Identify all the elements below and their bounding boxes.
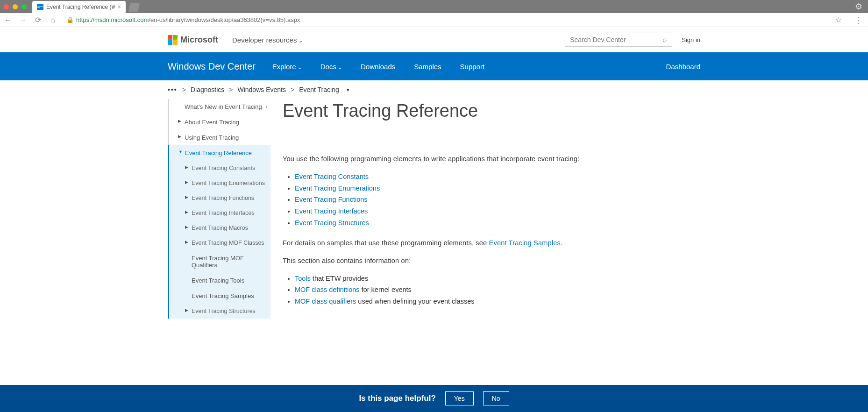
site-title[interactable]: Windows Dev Center [168,61,256,72]
caret-right-icon: ▶ [185,180,188,185]
microsoft-logo-icon [168,35,178,45]
minimize-window-icon[interactable] [13,4,18,9]
breadcrumb: ••• > Diagnostics > Windows Events > Eve… [168,80,700,99]
tab-title: Event Tracing Reference (Wind [46,4,115,10]
svg-rect-0 [37,4,40,7]
search-input[interactable] [570,36,662,43]
sidebar-item-reference[interactable]: ▼Event Tracing Reference [169,145,270,161]
nav-explore[interactable]: Explore [272,63,302,71]
ms-header: Microsoft Developer resources ⌕ Sign in [168,27,700,52]
page-title: Event Tracing Reference [283,101,700,121]
samples-paragraph: For details on samples that use these pr… [283,238,700,249]
list-item: Tools that ETW provides [295,273,700,284]
home-button[interactable]: ⌂ [49,16,57,24]
extra-list: Tools that ETW provides MOF class defini… [295,273,700,307]
sidebar-active-group: ▼Event Tracing Reference ▶Event Tracing … [168,145,270,319]
sidebar-item-structures[interactable]: ▶Event Tracing Structures [169,304,270,319]
also-contains-paragraph: This section also contains information o… [283,256,700,266]
developer-resources-dropdown[interactable]: Developer resources [232,36,303,44]
sidebar-item-functions[interactable]: ▶Event Tracing Functions [169,191,270,206]
caret-down-icon: ▼ [178,149,183,154]
list-item: MOF class qualifiers used when defining … [295,296,700,307]
caret-right-icon: ▶ [185,210,188,214]
breadcrumb-sep: > [182,86,186,93]
link-functions[interactable]: Event Tracing Functions [295,196,368,203]
browser-tab[interactable]: Event Tracing Reference (Wind × [32,1,126,13]
nav-dashboard[interactable]: Dashboard [666,63,700,71]
link-constants[interactable]: Event Tracing Constants [295,173,369,180]
link-samples[interactable]: Event Tracing Samples [489,239,561,247]
sidebar-item-tools[interactable]: Event Tracing Tools [169,273,270,288]
nav-support[interactable]: Support [460,63,485,71]
breadcrumb-dropdown-icon[interactable]: ▼ [346,87,350,92]
sidebar-item-using[interactable]: ▶Using Event Tracing [169,130,270,145]
incognito-icon: ⚙ [855,1,864,12]
sidebar-item-label: Event Tracing Reference [185,149,252,156]
lock-icon: 🔒 [66,16,74,23]
sidebar-item-label: Using Event Tracing [185,134,239,141]
caret-right-icon: ▶ [185,195,188,199]
back-button[interactable]: ← [4,16,12,24]
search-box[interactable]: ⌕ [565,33,672,47]
reload-button[interactable]: ⟳ [34,15,42,24]
sidebar-item-label: Event Tracing Functions [192,195,254,201]
link-tools[interactable]: Tools [295,275,311,282]
nav-downloads[interactable]: Downloads [361,63,395,71]
sidebar-item-mof-classes[interactable]: ▶Event Tracing MOF Classes [169,235,270,250]
link-mof-definitions[interactable]: MOF class definitions [295,286,360,293]
microsoft-logo-text: Microsoft [180,35,218,45]
microsoft-logo[interactable]: Microsoft [168,35,218,45]
search-icon[interactable]: ⌕ [662,36,667,44]
link-structures[interactable]: Event Tracing Structures [295,219,369,227]
list-text: used when defining your event classes [356,298,474,305]
breadcrumb-sep: > [291,86,294,93]
link-mof-qualifiers[interactable]: MOF class qualifiers [295,298,356,305]
browser-toolbar: ← → ⟳ ⌂ 🔒 https://msdn.microsoft.com/en-… [0,13,868,27]
list-item: Event Tracing Enumerations [295,183,700,194]
new-tab-button[interactable] [128,3,140,12]
collapse-sidebar-icon[interactable]: ‹ [265,103,268,110]
sidebar-item-constants[interactable]: ▶Event Tracing Constants [169,161,270,176]
svg-rect-2 [37,7,40,10]
bookmark-star-icon[interactable]: ☆ [835,15,842,24]
sidebar-item-label: Event Tracing MOF Classes [192,240,264,246]
sidebar-item-macros[interactable]: ▶Event Tracing Macros [169,220,270,235]
caret-right-icon: ▶ [178,119,181,123]
list-item: Event Tracing Structures [295,217,700,229]
address-bar[interactable]: 🔒 https://msdn.microsoft.com/en-us/libra… [64,14,825,26]
caret-right-icon: ▶ [185,240,188,244]
url-scheme: https [76,16,89,23]
nav-samples[interactable]: Samples [414,63,441,71]
breadcrumb-windows-events[interactable]: Windows Events [237,86,285,93]
close-window-icon[interactable] [4,4,9,9]
link-enumerations[interactable]: Event Tracing Enumerations [295,185,380,192]
breadcrumb-diagnostics[interactable]: Diagnostics [191,86,224,93]
link-interfaces[interactable]: Event Tracing Interfaces [295,207,368,215]
caret-right-icon: ▶ [185,165,188,170]
nav-docs[interactable]: Docs [320,63,342,71]
site-nav: Windows Dev Center Explore Docs Download… [0,52,868,80]
sidebar-item-label: Event Tracing Interfaces [192,210,255,216]
breadcrumb-sep: > [229,86,233,93]
sidebar-item-label: Event Tracing Constants [192,165,255,171]
maximize-window-icon[interactable] [21,4,27,9]
sidebar-item-interfaces[interactable]: ▶Event Tracing Interfaces [169,206,270,220]
main-content: Event Tracing Reference You use the foll… [283,99,700,319]
breadcrumb-event-tracing[interactable]: Event Tracing [299,86,339,93]
sidebar-item-mof-qualifiers[interactable]: Event Tracing MOF Qualifiers [169,250,270,273]
list-text: that ETW provides [311,275,368,282]
sidebar-item-samples[interactable]: Event Tracing Samples [169,288,270,304]
breadcrumb-overflow[interactable]: ••• [168,86,178,93]
sidebar-item-enumerations[interactable]: ▶Event Tracing Enumerations [169,176,270,191]
browser-menu-icon[interactable]: ⋮ [852,15,864,25]
list-text: for kernel events [360,286,412,293]
tab-close-icon[interactable]: × [118,4,121,10]
sidebar-item-about[interactable]: ▶About Event Tracing [169,114,270,130]
caret-right-icon: ▶ [185,308,188,313]
para-text: For details on samples that use these pr… [283,239,489,247]
sidebar-item-label: Event Tracing Macros [192,225,248,231]
sidebar-item-label: About Event Tracing [185,119,239,126]
signin-link[interactable]: Sign in [682,36,700,43]
sidebar-item-whats-new[interactable]: What's New in Event Tracing ‹ [169,99,270,114]
sidebar-item-label: What's New in Event Tracing [185,103,262,110]
